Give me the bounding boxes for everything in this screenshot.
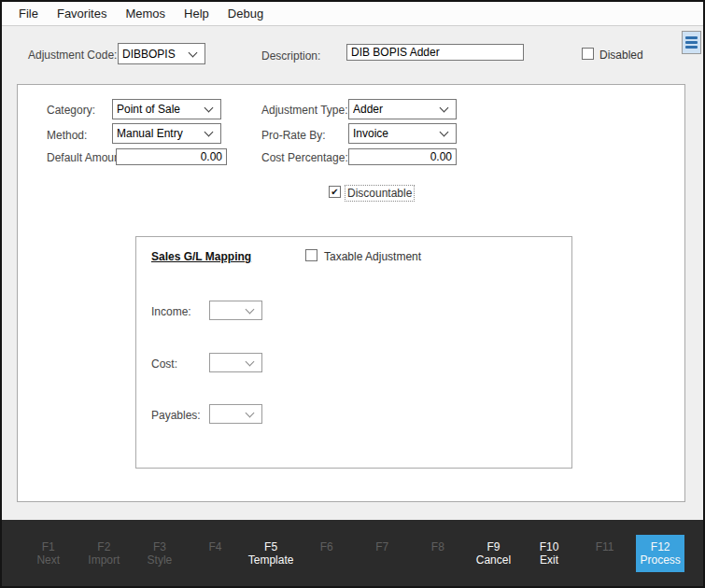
fkey-f1-next: F1Next bbox=[21, 537, 77, 570]
fkey-f8: F8 bbox=[410, 537, 466, 570]
menu-file[interactable]: File bbox=[9, 7, 48, 21]
method-label: Method: bbox=[47, 129, 87, 142]
cost-label: Cost: bbox=[151, 357, 177, 371]
fkey-f4: F4 bbox=[188, 537, 244, 570]
income-label: Income: bbox=[151, 305, 191, 318]
menu-memos[interactable]: Memos bbox=[116, 7, 175, 21]
cost-select[interactable] bbox=[209, 353, 262, 372]
adjustment-type-label: Adjustment Type: bbox=[261, 104, 348, 117]
adjustment-code-value: DIBBOPIS bbox=[122, 48, 186, 61]
fkey-f9-cancel[interactable]: F9Cancel bbox=[466, 537, 522, 570]
disabled-checkbox[interactable] bbox=[582, 48, 594, 60]
function-key-bar: F1NextF2ImportF3StyleF4F5TemplateF6F7F8F… bbox=[2, 520, 703, 586]
chevron-down-icon bbox=[204, 104, 214, 113]
adjustment-code-select[interactable]: DIBBOPIS bbox=[118, 43, 205, 64]
pro-rate-by-label: Pro-Rate By: bbox=[261, 129, 326, 142]
method-select[interactable]: Manual Entry bbox=[112, 123, 221, 144]
chevron-down-icon bbox=[246, 408, 255, 417]
income-select[interactable] bbox=[209, 301, 262, 320]
fkey-f11: F11 bbox=[577, 537, 633, 570]
hamburger-menu-button[interactable] bbox=[682, 31, 701, 54]
disabled-label: Disabled bbox=[599, 49, 643, 62]
adjustment-code-label: Adjustment Code: bbox=[28, 49, 117, 62]
app-window: File Favorites Memos Help Debug Adjustme… bbox=[0, 0, 705, 588]
menu-help[interactable]: Help bbox=[175, 7, 219, 21]
fkey-f10-exit[interactable]: F10Exit bbox=[521, 537, 577, 570]
fkey-f2-import: F2Import bbox=[77, 537, 133, 570]
cost-percentage-label: Cost Percentage: bbox=[261, 151, 348, 164]
fkey-f3-style: F3Style bbox=[132, 537, 188, 570]
discountable-checkbox[interactable] bbox=[329, 186, 341, 198]
sales-gl-mapping-title: Sales G/L Mapping bbox=[151, 250, 251, 263]
fkey-f7: F7 bbox=[354, 537, 410, 570]
fkey-f12-process[interactable]: F12Process bbox=[632, 535, 688, 572]
description-label: Description: bbox=[261, 49, 320, 63]
chevron-down-icon bbox=[204, 128, 214, 137]
menu-debug[interactable]: Debug bbox=[219, 7, 273, 21]
taxable-adjustment-label: Taxable Adjustment bbox=[324, 250, 421, 263]
hamburger-menu-icon bbox=[685, 36, 698, 39]
category-select[interactable]: Point of Sale bbox=[112, 99, 221, 119]
discountable-label: Discountable bbox=[345, 186, 414, 201]
taxable-adjustment-checkbox[interactable] bbox=[305, 249, 317, 261]
menu-favorites[interactable]: Favorites bbox=[48, 7, 116, 21]
menu-bar: File Favorites Memos Help Debug bbox=[2, 2, 703, 26]
payables-select[interactable] bbox=[209, 404, 262, 424]
chevron-down-icon bbox=[440, 128, 449, 137]
pro-rate-by-select[interactable]: Invoice bbox=[348, 123, 457, 144]
default-amount-input[interactable] bbox=[116, 148, 227, 165]
cost-percentage-input[interactable] bbox=[348, 148, 457, 165]
description-input[interactable] bbox=[346, 44, 524, 61]
fkey-f6: F6 bbox=[299, 537, 355, 570]
adjustment-type-select[interactable]: Adder bbox=[348, 99, 457, 119]
sales-gl-mapping-panel bbox=[135, 236, 572, 469]
chevron-down-icon bbox=[440, 104, 449, 113]
chevron-down-icon bbox=[246, 304, 255, 314]
fkey-f5-template[interactable]: F5Template bbox=[243, 537, 299, 570]
payables-label: Payables: bbox=[151, 409, 201, 422]
chevron-down-icon bbox=[189, 48, 198, 57]
category-label: Category: bbox=[47, 104, 95, 117]
chevron-down-icon bbox=[246, 357, 255, 366]
default-amount-label: Default Amount: bbox=[47, 151, 126, 164]
